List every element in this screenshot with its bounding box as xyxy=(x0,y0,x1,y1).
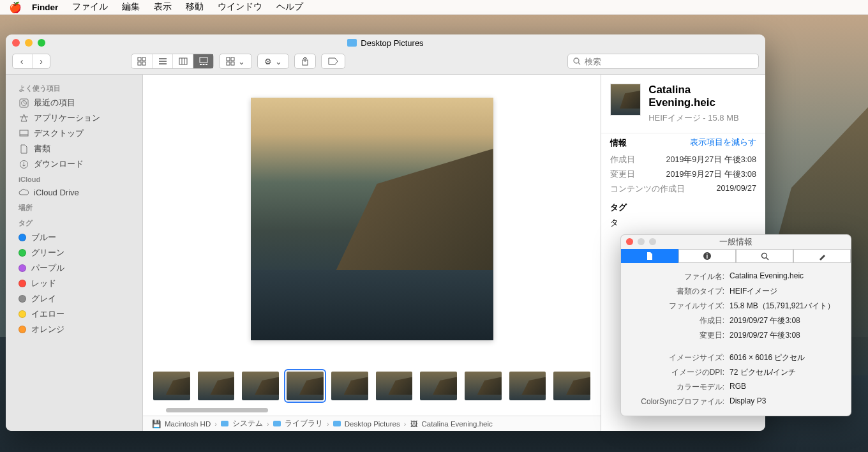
path-segment[interactable]: Macintosh HD xyxy=(165,420,211,428)
content-area: 💾 Macintosh HD› システム› ライブラリ› Desktop Pic… xyxy=(143,75,601,431)
scrollbar-thumb[interactable] xyxy=(166,408,268,412)
tab-general[interactable] xyxy=(621,249,678,263)
thumbnail[interactable] xyxy=(242,372,279,400)
cloud-icon xyxy=(19,187,29,197)
svg-rect-0 xyxy=(138,57,141,61)
insp-row: 書類のタイプ:HEIFイメージ xyxy=(621,284,851,299)
horizontal-scrollbar[interactable] xyxy=(143,408,601,416)
gear-icon: ⚙︎ xyxy=(264,57,272,66)
fullscreen-button[interactable] xyxy=(38,39,45,47)
forward-button[interactable]: › xyxy=(32,54,50,68)
tag-dot xyxy=(19,249,26,257)
menu-window[interactable]: ウインドウ xyxy=(218,1,262,13)
show-less-link[interactable]: 表示項目を減らす xyxy=(690,137,756,148)
svg-rect-11 xyxy=(200,64,202,65)
fullscreen-button[interactable] xyxy=(649,238,656,245)
thumbnail[interactable] xyxy=(465,372,502,400)
gallery-view-button[interactable] xyxy=(193,54,213,68)
group-button[interactable]: ⌄ xyxy=(219,54,252,69)
tags-section-header: タグ xyxy=(601,197,765,216)
thumbnail-selected[interactable] xyxy=(287,372,324,400)
menu-view[interactable]: 表示 xyxy=(154,1,172,13)
share-button[interactable] xyxy=(294,54,316,69)
menu-go[interactable]: 移動 xyxy=(186,1,204,13)
folder-icon xyxy=(273,421,281,426)
tags-field[interactable]: タ xyxy=(601,216,765,230)
inspector-titlebar: 一般情報 xyxy=(621,235,851,249)
sidebar-tag-purple[interactable]: パープル xyxy=(6,260,142,276)
thumbnail[interactable] xyxy=(198,372,235,400)
sidebar-tag-orange[interactable]: オレンジ xyxy=(6,322,142,337)
menu-help[interactable]: ヘルプ xyxy=(276,1,303,13)
svg-rect-7 xyxy=(179,58,187,64)
search-input[interactable] xyxy=(585,57,753,66)
minimize-button[interactable] xyxy=(25,39,33,47)
info-filename: Catalina Evening.heic xyxy=(648,84,756,110)
search-box[interactable] xyxy=(567,54,759,69)
inspector-window: 一般情報 i ファイル名:Catalina Evening.heic 書類のタイ… xyxy=(620,234,851,416)
sidebar: よく使う項目 最近の項目 アプリケーション デスクトップ 書類 ダウンロード i… xyxy=(6,75,143,431)
svg-rect-16 xyxy=(227,62,230,65)
list-view-button[interactable] xyxy=(152,54,172,68)
thumbnail[interactable] xyxy=(509,372,546,400)
sidebar-item-documents[interactable]: 書類 xyxy=(6,141,142,156)
action-button[interactable]: ⚙︎ ⌄ xyxy=(257,54,289,69)
apple-icon[interactable]: 🍎 xyxy=(9,1,22,13)
info-subtitle: HEIFイメージ - 15.8 MB xyxy=(648,112,756,124)
path-segment[interactable]: Catalina Evening.heic xyxy=(422,420,493,428)
tab-edit[interactable] xyxy=(793,249,851,263)
clock-icon xyxy=(19,98,29,108)
sidebar-tag-yellow[interactable]: イエロー xyxy=(6,306,142,322)
tab-info[interactable]: i xyxy=(678,249,736,263)
info-thumbnail xyxy=(610,84,641,116)
sidebar-item-downloads[interactable]: ダウンロード xyxy=(6,156,142,172)
tag-dot xyxy=(19,280,26,287)
tags-button[interactable] xyxy=(321,54,345,69)
preview-area xyxy=(143,75,601,363)
menubar: 🍎 Finder ファイル 編集 表示 移動 ウインドウ ヘルプ xyxy=(0,0,868,15)
image-icon: 🖼 xyxy=(410,420,418,428)
path-segment[interactable]: ライブラリ xyxy=(285,419,323,428)
sidebar-tag-gray[interactable]: グレイ xyxy=(6,291,142,306)
sidebar-item-applications[interactable]: アプリケーション xyxy=(6,110,142,126)
path-segment[interactable]: Desktop Pictures xyxy=(345,420,400,428)
menu-file[interactable]: ファイル xyxy=(72,1,108,13)
inspector-body: ファイル名:Catalina Evening.heic 書類のタイプ:HEIFイ… xyxy=(621,263,851,416)
path-segment[interactable]: システム xyxy=(232,419,263,428)
thumbnail[interactable] xyxy=(553,372,590,400)
sidebar-tag-green[interactable]: グリーン xyxy=(6,245,142,260)
menu-edit[interactable]: 編集 xyxy=(122,1,140,13)
svg-rect-2 xyxy=(138,62,141,65)
back-button[interactable]: ‹ xyxy=(13,54,31,68)
folder-icon xyxy=(333,421,341,426)
sidebar-item-icloud[interactable]: iCloud Drive xyxy=(6,185,142,199)
thumbnail[interactable] xyxy=(376,372,413,400)
sidebar-tag-blue[interactable]: ブルー xyxy=(6,230,142,245)
tab-search[interactable] xyxy=(736,249,793,263)
svg-text:i: i xyxy=(707,253,708,260)
tag-dot xyxy=(19,234,26,241)
apps-icon xyxy=(19,113,29,123)
column-view-button[interactable] xyxy=(172,54,193,68)
info-row-modified: 変更日2019年9月27日 午後3:08 xyxy=(601,167,765,182)
sidebar-item-recents[interactable]: 最近の項目 xyxy=(6,95,142,110)
sidebar-tag-red[interactable]: レッド xyxy=(6,276,142,291)
preview-image[interactable] xyxy=(251,98,493,340)
insp-row: 変更日:2019/09/27 午後3:08 xyxy=(621,328,851,343)
insp-row: ファイル名:Catalina Evening.heic xyxy=(621,269,851,284)
thumbnail[interactable] xyxy=(331,372,368,400)
svg-rect-12 xyxy=(202,64,204,65)
thumbnail[interactable] xyxy=(153,372,190,400)
close-button[interactable] xyxy=(12,39,20,47)
minimize-button[interactable] xyxy=(638,238,645,245)
tag-dot xyxy=(19,295,26,303)
svg-rect-3 xyxy=(142,62,146,65)
icon-view-button[interactable] xyxy=(131,54,152,68)
thumbnail[interactable] xyxy=(420,372,457,400)
nav-buttons: ‹ › xyxy=(12,54,50,69)
sidebar-item-desktop[interactable]: デスクトップ xyxy=(6,126,142,141)
insp-row: ファイルサイズ:15.8 MB（15,791,921バイト） xyxy=(621,299,851,313)
menu-app[interactable]: Finder xyxy=(32,3,58,12)
insp-row: イメージのDPI:72 ピクセル/インチ xyxy=(621,365,851,380)
close-button[interactable] xyxy=(626,238,633,245)
